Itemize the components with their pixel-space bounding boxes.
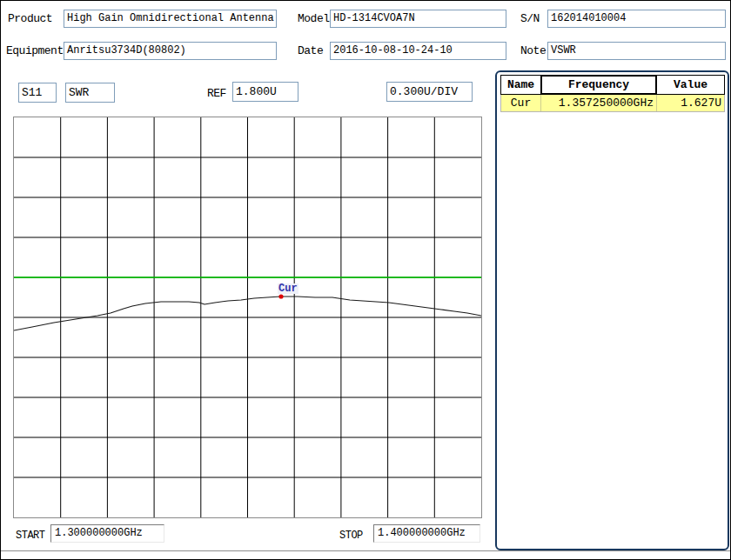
bottom-divider-highlight <box>1 551 731 552</box>
swr-chart[interactable]: Cur <box>13 117 482 518</box>
channel-box[interactable]: S11 <box>18 83 57 103</box>
header-name: Name <box>501 77 540 93</box>
date-field[interactable]: 2016-10-08-10-24-10 <box>330 42 506 60</box>
equipment-field[interactable]: Anritsu3734D(80802) <box>64 42 277 60</box>
product-field[interactable]: High Gain Omnidirectional Antenna <box>64 10 277 28</box>
ref-label: REF <box>207 87 226 100</box>
note-field[interactable]: VSWR <box>547 42 726 60</box>
header-value: Value <box>657 77 724 93</box>
equipment-label: Equipment <box>6 44 64 57</box>
cursor-frequency-cell: 1.357250000GHz <box>540 95 657 111</box>
date-label: Date <box>298 44 323 57</box>
product-label: Product <box>8 12 52 25</box>
format-box[interactable]: SWR <box>65 83 115 103</box>
scale-per-div-box[interactable]: 0.300U/DIV <box>386 82 473 102</box>
stop-frequency-field[interactable]: 1.400000000GHz <box>373 524 480 543</box>
start-label: START <box>16 530 45 542</box>
marker-table-header: Name Frequency Value <box>500 75 725 95</box>
vswr-measurement-window: Product High Gain Omnidirectional Antenn… <box>0 0 731 560</box>
serial-field[interactable]: 162014010004 <box>547 10 726 28</box>
swr-trace-plot <box>14 117 481 517</box>
model-field[interactable]: HD-1314CVOA7N <box>330 10 506 28</box>
marker-panel: Name Frequency Value Cur 1.357250000GHz … <box>495 70 729 550</box>
marker-table: Name Frequency Value Cur 1.357250000GHz … <box>500 75 725 112</box>
stop-label: STOP <box>339 530 363 542</box>
cursor-value-cell: 1.627U <box>657 95 724 111</box>
cursor-marker-label[interactable]: Cur <box>278 283 298 294</box>
model-label: Model <box>298 12 330 25</box>
serial-label: S/N <box>520 12 540 25</box>
table-row-cursor[interactable]: Cur 1.357250000GHz 1.627U <box>500 95 725 112</box>
start-frequency-field[interactable]: 1.300000000GHz <box>50 524 164 543</box>
header-frequency[interactable]: Frequency <box>540 75 657 95</box>
cursor-name-cell: Cur <box>501 95 540 111</box>
note-label: Note <box>520 44 546 57</box>
ref-value-box[interactable]: 1.800U <box>232 82 298 102</box>
